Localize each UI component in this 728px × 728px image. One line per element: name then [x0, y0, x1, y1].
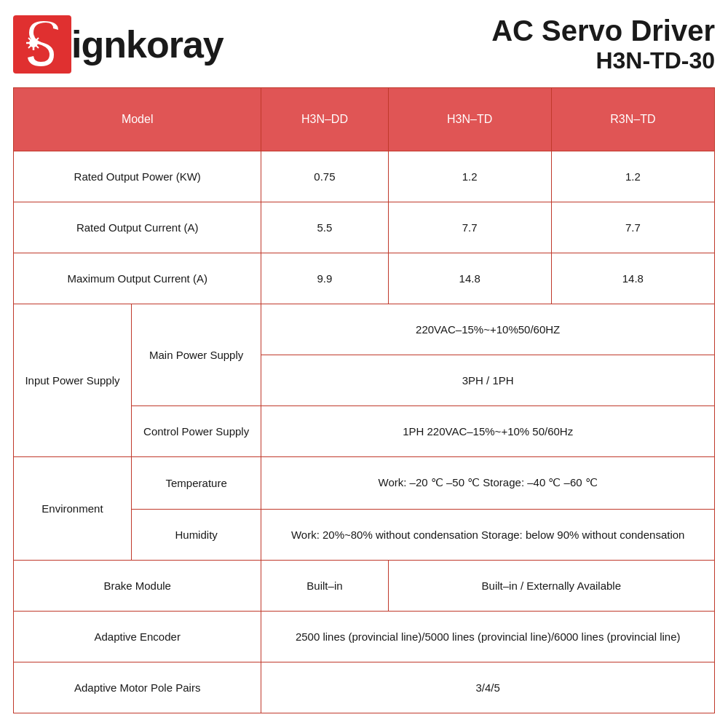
col-model-header: Model [14, 88, 261, 151]
brake-module-v1: Built–in [261, 560, 388, 611]
max-output-current-v2: 14.8 [388, 253, 551, 304]
humidity-label: Humidity [131, 509, 261, 560]
max-output-current-v1: 9.9 [261, 253, 388, 304]
table-row: Environment Temperature Work: –20 ℃ –50 … [14, 456, 715, 509]
rated-output-current-v2: 7.7 [388, 202, 551, 253]
rated-output-power-v3: 1.2 [551, 151, 714, 202]
control-power-value: 1PH 220VAC–15%~+10% 50/60Hz [261, 405, 715, 456]
max-output-current-label: Maximum Output Current (A) [14, 253, 261, 304]
rated-output-power-label: Rated Output Power (KW) [14, 151, 261, 202]
rated-output-current-v1: 5.5 [261, 202, 388, 253]
table-row: Rated Output Current (A) 5.5 7.7 7.7 [14, 202, 715, 253]
temperature-value: Work: –20 ℃ –50 ℃ Storage: –40 ℃ –60 ℃ [261, 456, 715, 509]
main-power-v1: 220VAC–15%~+10%50/60HZ [261, 304, 715, 355]
logo-icon [13, 15, 71, 74]
control-power-supply-label: Control Power Supply [131, 405, 261, 456]
table-row: Adaptive Encoder 2500 lines (provincial … [14, 611, 715, 662]
product-title: AC Servo Driver [491, 15, 715, 47]
col-h3n-dd-header: H3N–DD [261, 88, 388, 151]
input-power-supply-group-label: Input Power Supply [14, 304, 132, 456]
main-power-v2: 3PH / 1PH [261, 355, 715, 405]
rated-output-current-label: Rated Output Current (A) [14, 202, 261, 253]
page-header: ignkoray AC Servo Driver H3N-TD-30 [13, 15, 715, 87]
max-output-current-v3: 14.8 [551, 253, 714, 304]
adaptive-encoder-label: Adaptive Encoder [14, 611, 261, 662]
rated-output-current-v3: 7.7 [551, 202, 714, 253]
col-h3n-td-header: H3N–TD [388, 88, 551, 151]
logo-area: ignkoray [13, 15, 223, 74]
brake-module-v2: Built–in / Externally Available [388, 560, 714, 611]
product-model: H3N-TD-30 [491, 47, 715, 74]
table-row: Adaptive Motor Pole Pairs 3/4/5 [14, 662, 715, 713]
col-r3n-td-header: R3N–TD [551, 88, 714, 151]
main-power-supply-label: Main Power Supply [131, 304, 261, 405]
rated-output-power-v2: 1.2 [388, 151, 551, 202]
adaptive-encoder-value: 2500 lines (provincial line)/5000 lines … [261, 611, 715, 662]
temperature-label: Temperature [131, 456, 261, 509]
product-info: AC Servo Driver H3N-TD-30 [491, 15, 715, 74]
spec-table: Model H3N–DD H3N–TD R3N–TD Rated Output … [13, 87, 715, 713]
table-row: Rated Output Power (KW) 0.75 1.2 1.2 [14, 151, 715, 202]
adaptive-motor-value: 3/4/5 [261, 662, 715, 713]
table-header-row: Model H3N–DD H3N–TD R3N–TD [14, 88, 715, 151]
rated-output-power-v1: 0.75 [261, 151, 388, 202]
adaptive-motor-label: Adaptive Motor Pole Pairs [14, 662, 261, 713]
table-row: Maximum Output Current (A) 9.9 14.8 14.8 [14, 253, 715, 304]
humidity-value: Work: 20%~80% without condensation Stora… [261, 509, 715, 560]
brake-module-label: Brake Module [14, 560, 261, 611]
logo-text: ignkoray [71, 23, 223, 66]
table-row: Input Power Supply Main Power Supply 220… [14, 304, 715, 355]
environment-group-label: Environment [14, 456, 132, 560]
table-row: Brake Module Built–in Built–in / Externa… [14, 560, 715, 611]
